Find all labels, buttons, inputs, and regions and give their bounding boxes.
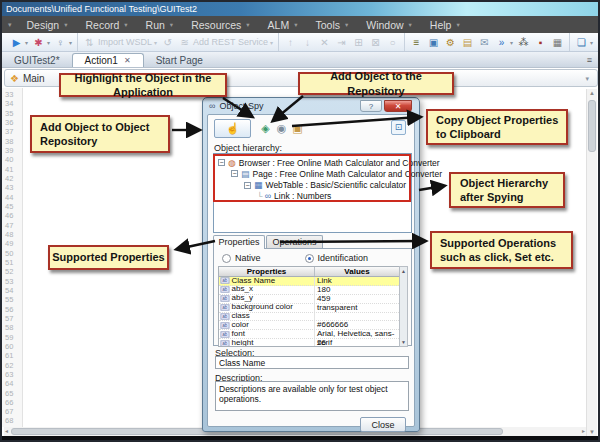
add-rest-service-button[interactable]: ≋Add REST Service▾ — [176, 34, 275, 50]
pointing-hand-button[interactable]: ☝ — [214, 119, 251, 138]
step-generator-button[interactable]: ⚙ — [442, 34, 459, 50]
line-number: 47 — [5, 221, 22, 230]
web-service-button[interactable]: ↺ — [159, 34, 176, 50]
vertical-scrollbar[interactable]: ▲ ▼ — [586, 89, 597, 436]
results-button[interactable]: ▦ — [549, 34, 566, 50]
line-number: 54 — [5, 286, 22, 295]
object-spy-button[interactable]: ♀▾ — [52, 34, 74, 50]
menu-item-alm[interactable]: ALM▾ — [259, 19, 307, 31]
toolbar-group: ≡▣⚙▤✉»▾⁂▪▦ — [404, 33, 569, 51]
export-button[interactable]: ❏▾ — [573, 34, 595, 50]
tab-label: Action1 — [85, 55, 118, 66]
menu-item-label: Record — [85, 19, 119, 31]
property-value-cell: #666666 — [315, 321, 399, 329]
object-repository-icon: ⁂ — [517, 35, 530, 49]
add-object-icon[interactable]: ◈ — [258, 121, 273, 136]
breadcrumb-label[interactable]: Main — [23, 73, 45, 84]
tab-operations[interactable]: Operations — [266, 235, 323, 249]
identification-radio[interactable] — [305, 254, 314, 263]
snippet-icon[interactable]: ⊠ — [367, 34, 384, 50]
dialog-title: Object Spy — [219, 101, 263, 111]
indent-icon[interactable]: ⇥ — [333, 34, 350, 50]
line-number: 37 — [5, 127, 22, 136]
snippet-icon-icon: ⊠ — [369, 35, 382, 49]
scroll-up-icon[interactable]: ▲ — [587, 90, 597, 96]
line-number: 34 — [5, 99, 22, 108]
dialog-close-button[interactable]: ✕ — [384, 100, 412, 112]
line-number: 63 — [5, 370, 22, 379]
tab-list-icon[interactable]: ≡ — [587, 55, 592, 65]
move-down-icon[interactable]: ↓ — [299, 34, 316, 50]
property-value-cell: 26 — [315, 339, 399, 347]
format-icon[interactable]: ⊞ — [350, 34, 367, 50]
dialog-titlebar[interactable]: ∞ Object Spy — [209, 99, 263, 113]
native-radio[interactable] — [222, 254, 231, 263]
refresh-icon[interactable]: ○ — [384, 34, 401, 50]
scroll-up-icon[interactable]: ▲ — [400, 268, 407, 274]
object-repository-button[interactable]: ⁂ — [515, 34, 532, 50]
chevron-down-icon[interactable]: ▾ — [585, 75, 589, 83]
scrollbar-thumb[interactable] — [588, 100, 596, 152]
import-wsdl-button[interactable]: ⇅Import WSDL▾ — [81, 34, 159, 50]
line-number: 43 — [5, 183, 22, 192]
debug-run-button[interactable]: »▾ — [493, 34, 515, 50]
menu-item-record[interactable]: Record▾ — [76, 19, 136, 31]
spy-pointer-icon[interactable]: ◉ — [274, 121, 289, 136]
property-value-cell: transparent — [315, 304, 399, 312]
menu-item-resources[interactable]: Resources▾ — [182, 19, 258, 31]
active-screen-button[interactable]: ▣ — [425, 34, 442, 50]
record-button[interactable]: ✱▾ — [30, 34, 52, 50]
menu-item-label: Tools — [315, 19, 340, 31]
scroll-right-icon[interactable]: ▸ — [582, 427, 585, 434]
open-folder-icon: ▤ — [461, 35, 474, 49]
menu-overflow-icon[interactable]: ▾ — [2, 21, 18, 29]
property-icon: ab — [220, 287, 229, 293]
open-folder-button[interactable]: ▤ — [459, 34, 476, 50]
menu-bar: ▾ Design▾Record▾Run▾Resources▾ALM▾Tools▾… — [2, 16, 598, 33]
property-value-cell: Arial, Helvetica, sans-serif — [315, 330, 399, 338]
menu-item-design[interactable]: Design▾ — [18, 19, 77, 31]
menu-item-label: ALM — [268, 19, 290, 31]
menu-item-help[interactable]: Help▾ — [421, 19, 469, 31]
delete-icon[interactable]: ✕ — [316, 34, 333, 50]
chevron-down-icon: ▾ — [154, 39, 157, 46]
menu-item-run[interactable]: Run▾ — [137, 19, 183, 31]
property-icon: ab — [220, 296, 229, 302]
scroll-down-icon[interactable]: ▼ — [400, 339, 407, 345]
move-up-icon[interactable]: ↑ — [282, 34, 299, 50]
selection-field[interactable] — [215, 356, 409, 369]
scroll-left-icon[interactable]: ◂ — [5, 427, 8, 434]
line-number: 36 — [5, 118, 22, 127]
stop-button[interactable]: ▪ — [532, 34, 549, 50]
document-tabs: GUITest2* Action1 ✕ Start Page ≡ — [2, 52, 598, 68]
annotation-supported-operations: Supported Operations such as click, Set … — [430, 231, 573, 269]
copy-properties-icon[interactable]: ▣ — [290, 121, 305, 136]
tab-properties[interactable]: Properties — [213, 235, 265, 249]
tab-action1[interactable]: Action1 ✕ — [72, 53, 144, 67]
table-row[interactable]: abheight26 — [219, 339, 399, 347]
object-spy-icon: ♀ — [54, 35, 67, 49]
column-header-properties[interactable]: Properties — [219, 267, 315, 276]
comment-button[interactable]: ✉ — [476, 34, 493, 50]
menu-item-tools[interactable]: Tools▾ — [306, 19, 357, 31]
menu-item-window[interactable]: Window▾ — [357, 19, 421, 31]
tab-close-icon[interactable]: ✕ — [124, 56, 131, 65]
property-icon: ab — [220, 322, 229, 328]
line-number: 59 — [5, 333, 22, 342]
line-number: 49 — [5, 239, 22, 248]
property-value-cell — [315, 313, 399, 321]
chevron-down-icon: ▾ — [47, 39, 50, 46]
scroll-down-icon[interactable]: ▼ — [587, 429, 597, 435]
table-scrollbar[interactable]: ▲ ▼ — [399, 266, 408, 347]
tab-guitest2[interactable]: GUITest2* — [2, 53, 72, 67]
export-icon: ❏ — [575, 35, 588, 49]
show-details-button[interactable]: ⊡ — [391, 120, 406, 135]
dialog-help-button[interactable]: ? — [360, 100, 382, 112]
close-button[interactable]: Close — [360, 417, 406, 432]
run-button[interactable]: ▶▾ — [8, 34, 30, 50]
column-header-values[interactable]: Values — [315, 267, 399, 276]
toggle-view-button[interactable]: ≡ — [408, 34, 425, 50]
tab-start-page[interactable]: Start Page — [144, 53, 215, 67]
move-up-icon-icon: ↑ — [284, 35, 297, 49]
line-number: 46 — [5, 211, 22, 220]
